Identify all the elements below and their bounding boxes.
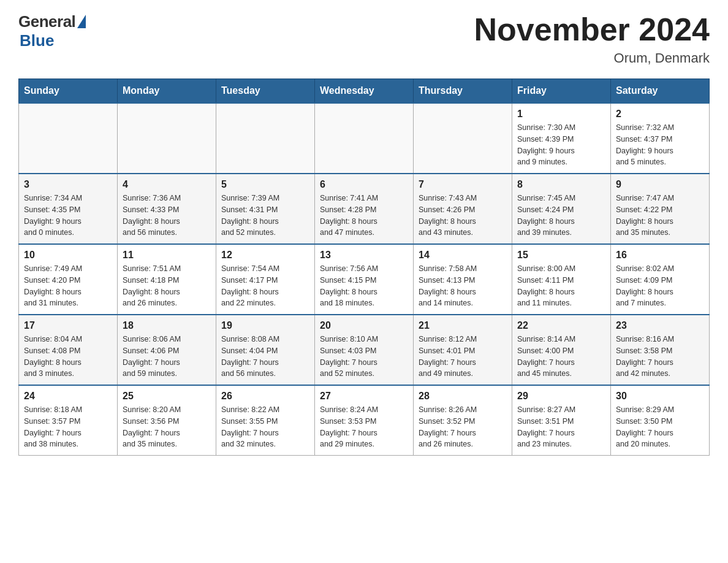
day-info: Sunrise: 8:22 AM Sunset: 3:55 PM Dayligh…: [221, 404, 309, 450]
calendar-cell: 15Sunrise: 8:00 AM Sunset: 4:11 PM Dayli…: [512, 244, 611, 315]
calendar-cell: 6Sunrise: 7:41 AM Sunset: 4:28 PM Daylig…: [315, 174, 414, 244]
day-number: 25: [123, 391, 211, 402]
calendar-cell: 17Sunrise: 8:04 AM Sunset: 4:08 PM Dayli…: [19, 315, 118, 385]
calendar-cell: 9Sunrise: 7:47 AM Sunset: 4:22 PM Daylig…: [611, 174, 710, 244]
day-number: 17: [24, 320, 112, 331]
header-friday: Friday: [512, 79, 611, 104]
day-number: 4: [123, 179, 211, 190]
day-info: Sunrise: 8:16 AM Sunset: 3:58 PM Dayligh…: [616, 334, 704, 380]
header-monday: Monday: [118, 79, 216, 104]
calendar-cell: [315, 103, 414, 174]
day-number: 21: [419, 320, 507, 331]
day-info: Sunrise: 7:58 AM Sunset: 4:13 PM Dayligh…: [419, 263, 507, 309]
title-section: November 2024 Orum, Denmark: [474, 12, 710, 66]
day-number: 5: [221, 179, 309, 190]
calendar-cell: [19, 103, 118, 174]
day-info: Sunrise: 7:43 AM Sunset: 4:26 PM Dayligh…: [419, 193, 507, 239]
calendar-cell: 19Sunrise: 8:08 AM Sunset: 4:04 PM Dayli…: [216, 315, 315, 385]
month-title: November 2024: [474, 12, 710, 47]
logo-triangle-icon: [77, 15, 86, 28]
day-number: 16: [616, 250, 704, 261]
day-info: Sunrise: 7:32 AM Sunset: 4:37 PM Dayligh…: [616, 122, 704, 168]
calendar-cell: 23Sunrise: 8:16 AM Sunset: 3:58 PM Dayli…: [611, 315, 710, 385]
calendar-cell: 24Sunrise: 8:18 AM Sunset: 3:57 PM Dayli…: [19, 385, 118, 456]
day-info: Sunrise: 8:24 AM Sunset: 3:53 PM Dayligh…: [320, 404, 408, 450]
calendar-cell: 4Sunrise: 7:36 AM Sunset: 4:33 PM Daylig…: [118, 174, 216, 244]
calendar-cell: 21Sunrise: 8:12 AM Sunset: 4:01 PM Dayli…: [414, 315, 512, 385]
header-thursday: Thursday: [414, 79, 512, 104]
day-number: 8: [517, 179, 605, 190]
day-info: Sunrise: 8:27 AM Sunset: 3:51 PM Dayligh…: [517, 404, 605, 450]
calendar-cell: 28Sunrise: 8:26 AM Sunset: 3:52 PM Dayli…: [414, 385, 512, 456]
calendar-cell: 14Sunrise: 7:58 AM Sunset: 4:13 PM Dayli…: [414, 244, 512, 315]
day-info: Sunrise: 8:10 AM Sunset: 4:03 PM Dayligh…: [320, 334, 408, 380]
day-number: 26: [221, 391, 309, 402]
day-number: 12: [221, 250, 309, 261]
calendar-cell: 12Sunrise: 7:54 AM Sunset: 4:17 PM Dayli…: [216, 244, 315, 315]
calendar-cell: 20Sunrise: 8:10 AM Sunset: 4:03 PM Dayli…: [315, 315, 414, 385]
day-number: 18: [123, 320, 211, 331]
day-number: 24: [24, 391, 112, 402]
calendar-cell: [118, 103, 216, 174]
calendar-cell: 8Sunrise: 7:45 AM Sunset: 4:24 PM Daylig…: [512, 174, 611, 244]
calendar-cell: 1Sunrise: 7:30 AM Sunset: 4:39 PM Daylig…: [512, 103, 611, 174]
day-info: Sunrise: 8:06 AM Sunset: 4:06 PM Dayligh…: [123, 334, 211, 380]
day-info: Sunrise: 7:34 AM Sunset: 4:35 PM Dayligh…: [24, 193, 112, 239]
day-number: 15: [517, 250, 605, 261]
logo-general-text: General: [18, 12, 75, 31]
calendar-cell: 25Sunrise: 8:20 AM Sunset: 3:56 PM Dayli…: [118, 385, 216, 456]
day-number: 3: [24, 179, 112, 190]
logo: General Blue: [18, 12, 86, 50]
day-info: Sunrise: 8:02 AM Sunset: 4:09 PM Dayligh…: [616, 263, 704, 309]
day-info: Sunrise: 8:04 AM Sunset: 4:08 PM Dayligh…: [24, 334, 112, 380]
day-number: 11: [123, 250, 211, 261]
day-number: 14: [419, 250, 507, 261]
calendar-cell: 3Sunrise: 7:34 AM Sunset: 4:35 PM Daylig…: [19, 174, 118, 244]
weekday-header-row: Sunday Monday Tuesday Wednesday Thursday…: [19, 79, 710, 104]
day-number: 20: [320, 320, 408, 331]
header-saturday: Saturday: [611, 79, 710, 104]
calendar-cell: 27Sunrise: 8:24 AM Sunset: 3:53 PM Dayli…: [315, 385, 414, 456]
header-wednesday: Wednesday: [315, 79, 414, 104]
day-number: 10: [24, 250, 112, 261]
day-number: 13: [320, 250, 408, 261]
day-number: 19: [221, 320, 309, 331]
day-info: Sunrise: 8:18 AM Sunset: 3:57 PM Dayligh…: [24, 404, 112, 450]
day-info: Sunrise: 8:26 AM Sunset: 3:52 PM Dayligh…: [419, 404, 507, 450]
day-info: Sunrise: 7:41 AM Sunset: 4:28 PM Dayligh…: [320, 193, 408, 239]
day-number: 28: [419, 391, 507, 402]
day-number: 2: [616, 109, 704, 120]
calendar-cell: 26Sunrise: 8:22 AM Sunset: 3:55 PM Dayli…: [216, 385, 315, 456]
day-info: Sunrise: 7:45 AM Sunset: 4:24 PM Dayligh…: [517, 193, 605, 239]
day-number: 22: [517, 320, 605, 331]
calendar-cell: 11Sunrise: 7:51 AM Sunset: 4:18 PM Dayli…: [118, 244, 216, 315]
day-number: 1: [517, 109, 605, 120]
calendar-cell: 18Sunrise: 8:06 AM Sunset: 4:06 PM Dayli…: [118, 315, 216, 385]
calendar-cell: 30Sunrise: 8:29 AM Sunset: 3:50 PM Dayli…: [611, 385, 710, 456]
week-row-4: 24Sunrise: 8:18 AM Sunset: 3:57 PM Dayli…: [19, 385, 710, 456]
day-info: Sunrise: 7:49 AM Sunset: 4:20 PM Dayligh…: [24, 263, 112, 309]
day-info: Sunrise: 7:36 AM Sunset: 4:33 PM Dayligh…: [123, 193, 211, 239]
header-tuesday: Tuesday: [216, 79, 315, 104]
location-text: Orum, Denmark: [474, 50, 710, 66]
day-number: 7: [419, 179, 507, 190]
day-number: 30: [616, 391, 704, 402]
day-info: Sunrise: 7:54 AM Sunset: 4:17 PM Dayligh…: [221, 263, 309, 309]
day-info: Sunrise: 7:56 AM Sunset: 4:15 PM Dayligh…: [320, 263, 408, 309]
day-info: Sunrise: 8:08 AM Sunset: 4:04 PM Dayligh…: [221, 334, 309, 380]
day-info: Sunrise: 8:00 AM Sunset: 4:11 PM Dayligh…: [517, 263, 605, 309]
day-number: 27: [320, 391, 408, 402]
week-row-0: 1Sunrise: 7:30 AM Sunset: 4:39 PM Daylig…: [19, 103, 710, 174]
day-number: 29: [517, 391, 605, 402]
day-number: 9: [616, 179, 704, 190]
logo-blue-text: Blue: [20, 31, 54, 50]
week-row-2: 10Sunrise: 7:49 AM Sunset: 4:20 PM Dayli…: [19, 244, 710, 315]
page-header: General Blue November 2024 Orum, Denmark: [18, 12, 710, 66]
day-info: Sunrise: 7:30 AM Sunset: 4:39 PM Dayligh…: [517, 122, 605, 168]
day-number: 6: [320, 179, 408, 190]
calendar-cell: 2Sunrise: 7:32 AM Sunset: 4:37 PM Daylig…: [611, 103, 710, 174]
day-info: Sunrise: 8:29 AM Sunset: 3:50 PM Dayligh…: [616, 404, 704, 450]
calendar-table: Sunday Monday Tuesday Wednesday Thursday…: [18, 79, 710, 456]
day-info: Sunrise: 8:20 AM Sunset: 3:56 PM Dayligh…: [123, 404, 211, 450]
calendar-cell: 10Sunrise: 7:49 AM Sunset: 4:20 PM Dayli…: [19, 244, 118, 315]
